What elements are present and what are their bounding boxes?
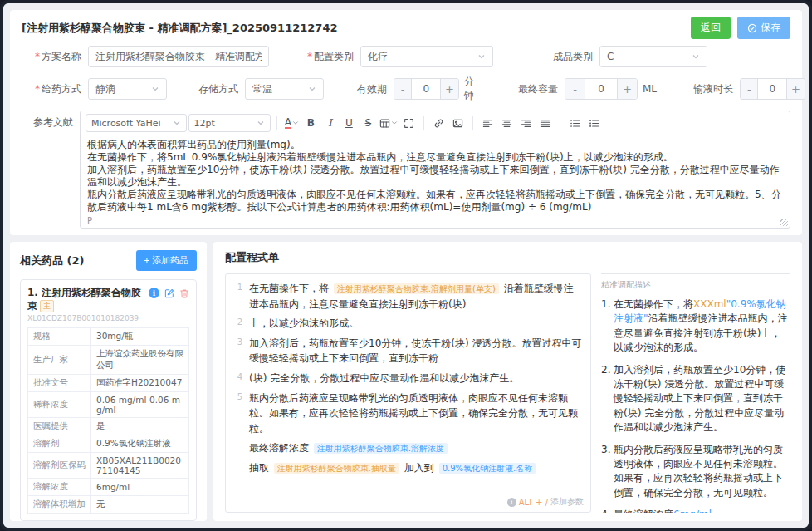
delete-icon[interactable] <box>179 288 189 298</box>
chevron-down-icon <box>477 52 486 61</box>
minus-button[interactable]: - <box>565 79 585 99</box>
text-segment: 抽取 <box>249 462 272 474</box>
reference-paragraph: 加入溶剂后，药瓶放置至少10分钟，使冻干粉(块) 浸透分散。放置过程中可缓慢轻轻… <box>87 164 783 189</box>
toolbar-icons: ABIUS <box>283 115 603 132</box>
description-item: 瓶内分散后药液应呈现略带乳光的匀质透明液体，肉眼应不见任何未溶颗粒。如果有，应再… <box>601 443 790 501</box>
table-row: 溶解剂0.9%氯化钠注射液 <box>28 435 189 453</box>
check-circle-icon <box>747 23 757 33</box>
administration-label: 给药方式 <box>42 83 81 95</box>
row-value: 是 <box>91 418 189 435</box>
bold-icon[interactable]: B <box>302 115 320 132</box>
parameter-tag[interactable]: 0.9%氯化钠注射液.名称 <box>439 463 536 474</box>
table-row: 规格30mg/瓶 <box>28 328 189 346</box>
plan-name-input[interactable] <box>88 46 269 67</box>
drug-detail-table: 规格30mg/瓶生产厂家上海谊众药业股份有限公司批准文号国药准字H2021004… <box>27 327 189 514</box>
font-family-select[interactable]: Microsoft YaHei <box>86 114 187 132</box>
ordered-list-icon[interactable] <box>585 115 603 132</box>
parameter-tag[interactable]: 注射用紫杉醇聚合物胶束.溶解浓度 <box>314 443 448 454</box>
storage-value: 常温 <box>252 82 272 96</box>
reference-paragraph: 根据病人的体表面积算出药品的使用剂量(mg)。 <box>87 139 783 151</box>
info-icon: i <box>507 498 516 507</box>
toolbar-divider <box>560 116 560 130</box>
programme-line: 抽取 注射用紫杉醇聚合物胶束.抽取量 加入到 0.9%氯化钠注射液.名称 <box>227 460 582 476</box>
programme-line: 5瓶内分散后药液应呈现略带乳光的匀质透明液体，肉眼应不见任何未溶颗粒。如果有，应… <box>227 391 582 437</box>
text-segment: 瓶内分散后药液应呈现略带乳光的匀质透明液体，肉眼应不见任何未溶颗粒。如果有，应再… <box>614 444 783 499</box>
editor-element-path: P <box>87 216 92 225</box>
related-drugs-title: 相关药品 (2) <box>20 253 84 268</box>
final-volume-value[interactable]: 0 <box>585 79 617 99</box>
infusion-duration-value[interactable]: 0 <box>758 79 786 99</box>
reference-label: 参考文献 <box>22 111 73 130</box>
add-drug-button[interactable]: + 添加药品 <box>136 250 197 271</box>
row-label: 溶解剂医保码 <box>28 453 91 479</box>
line-number <box>227 440 242 456</box>
align-justify-icon[interactable] <box>536 115 554 132</box>
product-category-select[interactable]: C <box>599 46 707 67</box>
row-label: 规格 <box>28 328 91 346</box>
image-icon[interactable] <box>449 115 467 132</box>
parameter-tag[interactable]: 注射用紫杉醇聚合物胶束.抽取量 <box>274 463 399 474</box>
font-color-icon[interactable]: A <box>283 115 301 132</box>
line-number: 1 <box>227 281 242 312</box>
text-segment: 最终溶解浓度 <box>249 442 312 454</box>
highlight-text: XXXml <box>693 298 726 310</box>
table-row: 溶解浓度6mg/ml <box>28 479 189 496</box>
description-list: 在无菌操作下，将XXXml"0.9%氯化钠注射液"沿着瓶壁缓慢注进本品瓶内，注意… <box>601 297 790 513</box>
row-label: 溶解体积增加 <box>28 496 91 514</box>
row-value: 0.06 mg/ml-0.06 mg/ml <box>91 392 189 418</box>
programme-editor[interactable]: 1在无菌操作下，将 注射用紫杉醇聚合物胶束.溶解剂用量(单支) 沿着瓶壁缓慢注进… <box>225 273 591 513</box>
table-icon[interactable] <box>379 115 399 132</box>
link-icon[interactable] <box>430 115 448 132</box>
hint-shortcut: ALT + / <box>519 498 548 507</box>
unordered-list-icon[interactable] <box>566 115 584 132</box>
line-number: 2 <box>227 316 242 332</box>
programme-line: 4(块) 完全分散，分散过程中应尽量动作温和以减少泡沫产生。 <box>227 371 582 386</box>
minus-button[interactable]: - <box>394 79 412 99</box>
row-label: 医嘱提供 <box>28 418 91 435</box>
underline-icon[interactable]: U <box>340 115 358 132</box>
storage-select[interactable]: 常温 <box>245 78 324 100</box>
row-label: 溶解浓度 <box>28 479 91 496</box>
validity-value[interactable]: 0 <box>412 79 440 99</box>
plus-button[interactable]: + <box>440 79 457 99</box>
align-center-icon[interactable] <box>498 115 516 132</box>
italic-icon[interactable]: I <box>321 115 339 132</box>
administration-select[interactable]: 静滴 <box>88 78 167 100</box>
line-number: 5 <box>227 391 242 437</box>
font-family-value: Microsoft YaHei <box>91 118 161 129</box>
validity-stepper: - 0 + <box>394 78 459 100</box>
validity-unit: 分钟 <box>464 75 482 103</box>
align-left-icon[interactable] <box>479 115 496 132</box>
reference-content[interactable]: 根据病人的体表面积算出药品的使用剂量(mg)。在无菌操作下，将5mL 0.9%氯… <box>81 135 790 214</box>
text-segment: 最终溶解浓度 <box>614 509 673 513</box>
description-item: 在无菌操作下，将XXXml"0.9%氯化钠注射液"沿着瓶壁缓慢注进本品瓶内，注意… <box>601 297 790 356</box>
line-number: 3 <box>227 336 242 366</box>
strikethrough-icon[interactable]: S <box>360 115 377 132</box>
chevron-down-icon <box>173 119 181 127</box>
plus-button[interactable]: + <box>786 79 804 99</box>
plus-button[interactable]: + <box>617 79 637 99</box>
edit-icon[interactable] <box>164 288 174 298</box>
align-right-icon[interactable] <box>517 115 535 132</box>
line-text: 瓶内分散后药液应呈现略带乳光的匀质透明液体，肉眼应不见任何未溶颗粒。如果有，应再… <box>249 391 582 437</box>
plan-header-card: [注射用紫杉醇聚合物胶束 - 精准调配方案]_20250911212742 返回… <box>10 10 802 235</box>
fullscreen-icon[interactable] <box>400 115 418 132</box>
back-button[interactable]: 返回 <box>691 17 731 39</box>
save-button[interactable]: 保存 <box>737 17 790 39</box>
info-icon[interactable]: i <box>149 288 159 298</box>
minus-button[interactable]: - <box>741 79 758 99</box>
toolbar-divider <box>423 116 424 130</box>
line-text: 在无菌操作下，将 注射用紫杉醇聚合物胶束.溶解剂用量(单支) 沿着瓶壁缓慢注进本… <box>249 281 582 312</box>
table-row: 稀释浓度0.06 mg/ml-0.06 mg/ml <box>28 392 189 418</box>
parameter-tag[interactable]: 注射用紫杉醇聚合物胶束.溶解剂用量(单支) <box>334 283 499 294</box>
row-value: 30mg/瓶 <box>91 328 189 346</box>
row-value: 上海谊众药业股份有限公司 <box>91 346 189 375</box>
resize-handle-icon[interactable] <box>780 219 788 226</box>
row-label: 溶解剂 <box>28 435 91 453</box>
config-category-select[interactable]: 化疗 <box>360 46 493 67</box>
line-number: 4 <box>227 371 242 386</box>
font-size-select[interactable]: 12pt <box>188 114 271 132</box>
table-row: 生产厂家上海谊众药业股份有限公司 <box>28 346 189 375</box>
line-text: 抽取 注射用紫杉醇聚合物胶束.抽取量 加入到 0.9%氯化钠注射液.名称 <box>249 460 582 476</box>
product-category-label: 成品类别 <box>553 51 593 62</box>
